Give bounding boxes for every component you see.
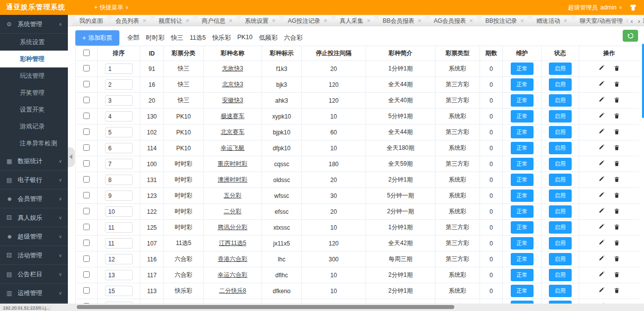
lottery-name-link[interactable]: 香港六合彩 bbox=[218, 255, 248, 262]
vertical-scrollbar[interactable] bbox=[642, 44, 644, 118]
maintain-button[interactable]: 正常 bbox=[511, 269, 534, 281]
select-all-checkbox[interactable] bbox=[83, 50, 90, 56]
status-button[interactable]: 启用 bbox=[549, 158, 572, 170]
maintain-button[interactable]: 正常 bbox=[511, 94, 534, 107]
close-icon[interactable]: × bbox=[186, 18, 189, 24]
tab[interactable]: 系统设置 × bbox=[237, 16, 283, 26]
maintain-button[interactable]: 正常 bbox=[511, 174, 534, 186]
status-button[interactable]: 启用 bbox=[549, 189, 572, 202]
delete-icon[interactable] bbox=[614, 176, 620, 184]
delete-icon[interactable] bbox=[614, 113, 620, 121]
sort-input[interactable] bbox=[105, 254, 133, 264]
sidebar-section[interactable]: ⚄ 活动管理 ∨ bbox=[0, 246, 68, 265]
row-checkbox[interactable] bbox=[83, 81, 90, 87]
edit-icon[interactable] bbox=[598, 240, 605, 248]
sidebar-item[interactable]: 彩种管理 bbox=[0, 51, 68, 67]
maintain-button[interactable]: 正常 bbox=[511, 110, 534, 123]
edit-icon[interactable] bbox=[598, 255, 605, 263]
maintain-button[interactable]: 正常 bbox=[511, 158, 534, 170]
close-icon[interactable]: × bbox=[272, 18, 275, 24]
edit-icon[interactable] bbox=[598, 224, 605, 232]
status-button[interactable]: 启用 bbox=[549, 126, 572, 138]
sort-input[interactable] bbox=[105, 206, 133, 217]
maintain-button[interactable]: 正常 bbox=[511, 142, 534, 154]
delete-icon[interactable] bbox=[614, 240, 620, 248]
filter-link[interactable]: PK10 bbox=[237, 34, 253, 42]
edit-icon[interactable] bbox=[598, 192, 605, 200]
lottery-name-link[interactable]: 二分彩 bbox=[224, 208, 242, 215]
row-checkbox[interactable] bbox=[83, 144, 90, 151]
close-icon[interactable]: × bbox=[143, 18, 146, 24]
lottery-name-link[interactable]: 幸运飞艇 bbox=[221, 144, 245, 151]
edit-icon[interactable] bbox=[598, 271, 605, 279]
sidebar-section[interactable]: ⚙ 系统管理 ∧ bbox=[0, 15, 68, 34]
status-button[interactable]: 启用 bbox=[549, 174, 572, 186]
status-button[interactable]: 启用 bbox=[549, 205, 572, 218]
status-button[interactable]: 启用 bbox=[549, 269, 572, 281]
close-icon[interactable]: × bbox=[470, 18, 473, 24]
lottery-name-link[interactable]: 重庆时时彩 bbox=[218, 160, 248, 167]
delete-icon[interactable] bbox=[614, 65, 620, 73]
close-icon[interactable]: × bbox=[229, 18, 232, 24]
lottery-name-link[interactable]: 极速赛车 bbox=[221, 113, 245, 120]
row-checkbox[interactable] bbox=[83, 255, 90, 262]
delete-icon[interactable] bbox=[614, 224, 620, 232]
maintain-button[interactable]: 正常 bbox=[511, 205, 534, 218]
delete-icon[interactable] bbox=[614, 192, 620, 200]
close-icon[interactable]: × bbox=[323, 18, 327, 24]
close-icon[interactable]: × bbox=[367, 18, 370, 24]
maintain-button[interactable]: 正常 bbox=[511, 78, 534, 91]
sidebar-section[interactable]: ☻ 会员管理 ∨ bbox=[0, 189, 68, 208]
edit-icon[interactable] bbox=[598, 65, 605, 73]
sort-input[interactable] bbox=[105, 95, 133, 106]
lottery-name-link[interactable]: 北京快3 bbox=[222, 81, 243, 88]
add-lottery-button[interactable]: + 添加彩票 bbox=[75, 30, 119, 46]
status-button[interactable]: 启用 bbox=[549, 253, 572, 265]
sidebar-section[interactable]: ▦ 数据统计 ∨ bbox=[0, 152, 68, 171]
sort-input[interactable] bbox=[105, 286, 133, 296]
close-icon[interactable]: × bbox=[564, 18, 567, 24]
horizontal-scrollbar[interactable] bbox=[77, 305, 454, 309]
edit-icon[interactable] bbox=[598, 97, 605, 105]
lottery-name-link[interactable]: 江西11选5 bbox=[219, 240, 246, 247]
tab[interactable]: BB会员报表 × bbox=[375, 16, 429, 26]
maintain-button[interactable]: 正常 bbox=[511, 221, 534, 234]
filter-link[interactable]: 快乐彩 bbox=[213, 34, 231, 42]
sidebar-section[interactable]: ▤ 公告栏目 ∨ bbox=[0, 265, 68, 284]
delete-icon[interactable] bbox=[614, 97, 620, 105]
tab[interactable]: AG投注记录 × bbox=[280, 16, 334, 26]
sidebar-item[interactable]: 开奖管理 bbox=[0, 84, 68, 101]
quick-menu-button[interactable]: + 快捷菜单 ∨ bbox=[94, 3, 129, 12]
delete-icon[interactable] bbox=[614, 81, 620, 89]
sidebar-item[interactable]: 游戏记录 bbox=[0, 118, 68, 135]
delete-icon[interactable] bbox=[614, 160, 620, 168]
sort-input[interactable] bbox=[105, 222, 133, 233]
sidebar-item[interactable]: 注单异常检测 bbox=[0, 135, 68, 152]
delete-icon[interactable] bbox=[614, 271, 620, 279]
sidebar-item[interactable]: 设置开奖 bbox=[0, 101, 68, 118]
row-checkbox[interactable] bbox=[83, 128, 90, 135]
delete-icon[interactable] bbox=[614, 287, 620, 295]
refresh-button[interactable] bbox=[623, 30, 638, 42]
lottery-name-link[interactable]: 无敌快3 bbox=[222, 65, 243, 72]
delete-icon[interactable] bbox=[614, 208, 620, 216]
row-checkbox[interactable] bbox=[83, 160, 90, 167]
edit-icon[interactable] bbox=[598, 113, 605, 121]
filter-link[interactable]: 低频彩 bbox=[259, 34, 278, 42]
sort-input[interactable] bbox=[105, 111, 133, 122]
tab[interactable]: BB投注记录 × bbox=[478, 16, 532, 26]
lottery-name-link[interactable]: 北京赛车 bbox=[221, 128, 245, 135]
row-checkbox[interactable] bbox=[83, 65, 90, 71]
sidebar-section[interactable]: ☻ 超级管理 ∨ bbox=[0, 227, 68, 246]
user-menu[interactable]: 超级管理员 admin ∨ bbox=[568, 3, 622, 12]
row-checkbox[interactable] bbox=[83, 208, 90, 214]
status-button[interactable]: 启用 bbox=[549, 237, 572, 249]
tab[interactable]: 商户信息 × bbox=[194, 16, 240, 26]
lottery-name-link[interactable]: 腾讯分分彩 bbox=[218, 224, 248, 231]
tab-scroll-left-icon[interactable]: ‹ bbox=[631, 17, 633, 25]
row-checkbox[interactable] bbox=[83, 271, 90, 278]
edit-icon[interactable] bbox=[598, 208, 605, 216]
status-button[interactable]: 启用 bbox=[549, 62, 572, 75]
sort-input[interactable] bbox=[105, 190, 133, 201]
status-button[interactable]: 启用 bbox=[549, 142, 572, 154]
